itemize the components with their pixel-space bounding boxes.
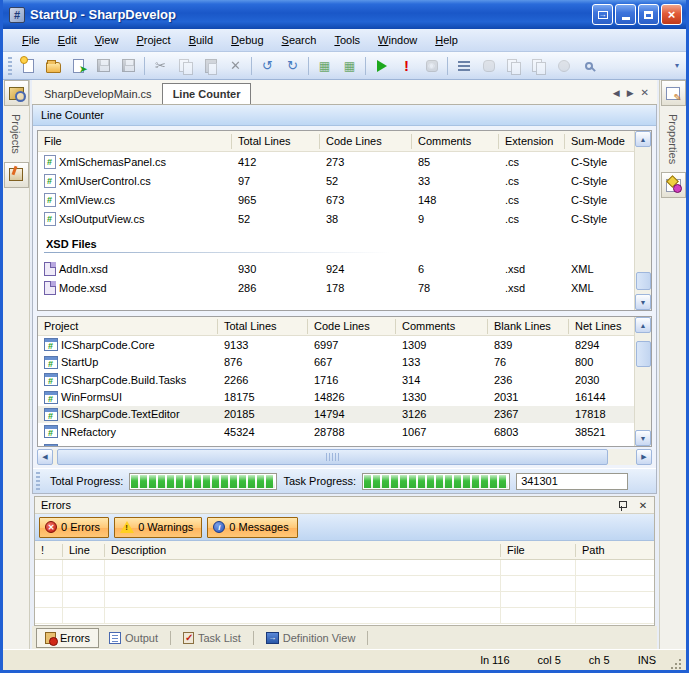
scroll-down-icon[interactable]: ▼ xyxy=(635,294,651,310)
table-row[interactable]: XmlView.cs 965 673 148 .cs C-Style xyxy=(38,190,634,209)
toolbox-pad-button[interactable] xyxy=(661,172,686,198)
tab-sharpdevelopmain[interactable]: SharpDevelopMain.cs xyxy=(34,84,162,104)
scroll-down-icon[interactable]: ▼ xyxy=(635,430,651,446)
build-button[interactable]: ▦ xyxy=(312,54,337,77)
scroll-up-icon[interactable]: ▲ xyxy=(635,317,651,333)
menu-edit[interactable]: Edit xyxy=(49,31,86,49)
paste-button[interactable] xyxy=(198,54,223,77)
menu-window[interactable]: Window xyxy=(369,31,426,49)
find-button[interactable] xyxy=(576,54,601,77)
table-row[interactable]: Mode.xsd 286 178 78 .xsd XML xyxy=(38,278,634,297)
save-button[interactable] xyxy=(91,54,116,77)
table-row[interactable]: ICSharpCode.Build.Tasks 2266 1716 314 23… xyxy=(38,371,634,388)
table-row[interactable]: ICSharpCode.Core 9133 6997 1309 839 8294 xyxy=(38,336,634,353)
panel-close-icon[interactable]: ✕ xyxy=(636,500,650,511)
col-path[interactable]: Path xyxy=(576,544,654,557)
pin-icon[interactable] xyxy=(617,500,628,511)
scroll-up-icon[interactable]: ▲ xyxy=(635,131,651,147)
properties-pad-label[interactable]: Properties xyxy=(667,106,679,172)
stop-button[interactable]: ◉ xyxy=(419,54,444,77)
col-file[interactable]: File xyxy=(38,134,232,149)
tab-task-list[interactable]: Task List xyxy=(175,629,249,647)
table-row[interactable]: WinFormsUI 18175 14826 1330 2031 16144 xyxy=(38,388,634,405)
table-row-highlighted[interactable]: ICSharpCode.TextEditor 20185 14794 3126 … xyxy=(38,406,634,423)
help-back-button[interactable] xyxy=(501,54,526,77)
cut-button[interactable]: ✂ xyxy=(148,54,173,77)
rebuild-button[interactable]: ▦ xyxy=(337,54,362,77)
col-file[interactable]: File xyxy=(501,544,576,557)
table-row[interactable]: StartUp 876 667 133 76 800 xyxy=(38,354,634,371)
copy-button[interactable] xyxy=(173,54,198,77)
menu-debug[interactable]: Debug xyxy=(222,31,272,49)
col-code-lines[interactable]: Code Lines xyxy=(308,319,396,334)
col-blank-lines[interactable]: Blank Lines xyxy=(488,319,569,334)
scrollbar-thumb[interactable] xyxy=(636,272,651,290)
scrollbar-thumb[interactable] xyxy=(636,341,651,367)
new-file-button[interactable] xyxy=(16,54,41,77)
menu-help[interactable]: Help xyxy=(426,31,467,49)
undo-button[interactable]: ↺ xyxy=(255,54,280,77)
menu-search[interactable]: Search xyxy=(273,31,326,49)
toolbar-list-button[interactable] xyxy=(451,54,476,77)
open-file-button[interactable] xyxy=(41,54,66,77)
tab-scroll-left-icon[interactable]: ◀ xyxy=(613,88,620,98)
scrollbar-thumb[interactable] xyxy=(57,449,608,465)
col-line[interactable]: Line xyxy=(63,544,105,557)
table-row[interactable]: XmlUserControl.cs 97 52 33 .cs C-Style xyxy=(38,171,634,190)
run-button[interactable] xyxy=(369,54,394,77)
col-project[interactable]: Project xyxy=(38,319,218,334)
menu-project[interactable]: Project xyxy=(127,31,179,49)
menu-build[interactable]: Build xyxy=(180,31,222,49)
scroll-right-icon[interactable]: ▶ xyxy=(636,449,652,465)
projects-table-scrollbar[interactable]: ▲ ▼ xyxy=(634,317,651,446)
horizontal-scrollbar[interactable]: ◀ ▶ xyxy=(37,449,652,465)
col-comments[interactable]: Comments xyxy=(396,319,488,334)
web-search-button[interactable] xyxy=(551,54,576,77)
delete-button[interactable]: ✕ xyxy=(223,54,248,77)
maximize-button[interactable] xyxy=(638,4,659,25)
projects-pad-button[interactable] xyxy=(4,80,29,106)
messages-filter-button[interactable]: i 0 Messages xyxy=(207,517,297,538)
scroll-left-icon[interactable]: ◀ xyxy=(37,449,53,465)
col-extension[interactable]: Extension xyxy=(499,134,565,149)
properties-pad-button[interactable] xyxy=(661,80,686,106)
col-description[interactable]: Description xyxy=(105,544,501,557)
tools-pad-button[interactable] xyxy=(4,162,29,188)
tab-close-icon[interactable]: ✕ xyxy=(641,87,649,98)
tab-line-counter[interactable]: Line Counter xyxy=(162,83,252,104)
files-table-scrollbar[interactable]: ▲ ▼ xyxy=(634,131,651,310)
col-severity[interactable]: ! xyxy=(35,544,63,557)
close-button[interactable]: × xyxy=(661,4,682,25)
tab-output[interactable]: Output xyxy=(101,629,166,647)
save-as-button[interactable]: ➤ xyxy=(66,54,91,77)
tab-definition-view[interactable]: → Definition View xyxy=(258,629,364,647)
tab-scroll-right-icon[interactable]: ▶ xyxy=(627,88,634,98)
menu-tools[interactable]: Tools xyxy=(325,31,369,49)
col-net-lines[interactable]: Net Lines xyxy=(569,319,634,334)
col-comments[interactable]: Comments xyxy=(412,134,499,149)
table-row[interactable]: XmlSchemasPanel.cs 412 273 85 .cs C-Styl… xyxy=(38,152,634,171)
menu-file[interactable]: File xyxy=(13,31,49,49)
redo-button[interactable]: ↻ xyxy=(280,54,305,77)
minimize-button[interactable] xyxy=(615,4,636,25)
table-row[interactable]: XslOutputView.cs 52 38 9 .cs C-Style xyxy=(38,209,634,228)
errors-filter-button[interactable]: ✕ 0 Errors xyxy=(39,517,109,538)
progress-toolbar-grip[interactable] xyxy=(36,472,40,490)
breakpoint-button[interactable] xyxy=(476,54,501,77)
col-total-lines[interactable]: Total Lines xyxy=(218,319,308,334)
col-sum-mode[interactable]: Sum-Mode xyxy=(565,134,634,149)
fullscreen-button[interactable]: → xyxy=(592,4,613,25)
abort-button[interactable]: ! xyxy=(394,54,419,77)
toolbar-overflow-button[interactable]: ▾ xyxy=(672,61,682,70)
menu-view[interactable]: View xyxy=(86,31,128,49)
projects-pad-label[interactable]: Projects xyxy=(10,106,22,162)
table-row[interactable]: NRefactory 45324 28788 1067 6803 38521 xyxy=(38,423,634,440)
col-code-lines[interactable]: Code Lines xyxy=(320,134,412,149)
warnings-filter-button[interactable]: 0 Warnings xyxy=(114,517,202,538)
table-row[interactable]: AddIn.xsd 930 924 6 .xsd XML xyxy=(38,259,634,278)
tab-errors[interactable]: Errors xyxy=(36,628,99,648)
toolbar-grip[interactable] xyxy=(8,57,12,75)
resize-grip[interactable] xyxy=(670,658,682,670)
save-all-button[interactable] xyxy=(116,54,141,77)
help-forward-button[interactable] xyxy=(526,54,551,77)
